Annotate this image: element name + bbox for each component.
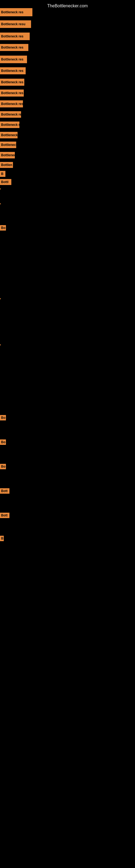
bottleneck-item-5: Bottleneck res (0, 56, 27, 63)
bottleneck-item-3: Bottleneck res (0, 33, 30, 40)
bottleneck-item-28: B (0, 536, 4, 541)
bottleneck-item-26: Bott (0, 488, 9, 494)
bottleneck-item-16: B (0, 171, 5, 177)
bottleneck-item-24: Bo (0, 439, 6, 445)
bottleneck-item-10: Bottleneck re (0, 111, 21, 118)
bottleneck-item-19 (0, 204, 1, 204)
bottleneck-item-22 (0, 344, 1, 345)
bottleneck-item-4: Bottleneck res (0, 44, 28, 51)
bottleneck-item-17: Bottl (0, 179, 11, 185)
bottleneck-item-27: Bott (0, 513, 9, 518)
bottleneck-item-7: Bottleneck res (0, 79, 24, 86)
bottleneck-item-11: Bottleneck re (0, 122, 19, 128)
bottleneck-item-15: Bottlen (0, 162, 13, 168)
bottleneck-item-18 (0, 188, 1, 189)
bottleneck-item-13: Bottleneck r (0, 142, 16, 148)
bottleneck-item-14: Bottleneck (0, 152, 15, 158)
bottleneck-item-25: Bo (0, 464, 6, 469)
bottleneck-item-20: Bo (0, 225, 6, 230)
bottleneck-item-6: Bottleneck res (0, 67, 26, 74)
bottleneck-item-23: Bo (0, 415, 6, 421)
bottleneck-item-21 (0, 299, 1, 299)
bottleneck-item-8: Bottleneck res (0, 90, 24, 97)
bottleneck-item-2: Bottleneck resu (0, 20, 31, 28)
bottleneck-item-12: Bottleneck r (0, 132, 17, 138)
bottleneck-item-9: Bottleneck res (0, 100, 23, 107)
bottleneck-item-1: Bottleneck res (0, 8, 32, 16)
